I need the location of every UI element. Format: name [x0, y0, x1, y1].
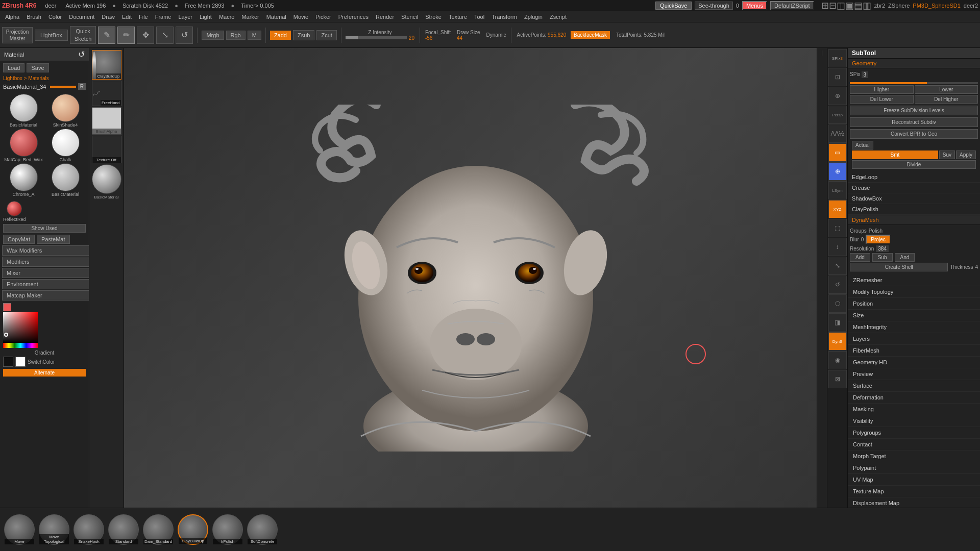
brush-thumb-move[interactable]: Move: [4, 514, 35, 545]
mat-item-chalk[interactable]: Chalk: [45, 129, 86, 162]
crease-item[interactable]: Crease: [848, 183, 980, 193]
project-button[interactable]: Projec: [866, 235, 890, 244]
menu-picker[interactable]: Picker: [313, 13, 333, 20]
meshintegrity-item[interactable]: MeshIntegrity: [848, 321, 980, 333]
color-gradient-area[interactable]: [3, 312, 38, 343]
brush-dam-standard[interactable]: Dam_Standard: [143, 514, 174, 545]
modifiers-button[interactable]: Modifiers: [2, 257, 89, 267]
menu-movie[interactable]: Movie: [291, 13, 310, 20]
zadd-button[interactable]: Zadd: [270, 31, 291, 40]
wax-modifiers-button[interactable]: Wax Modifiers: [2, 245, 89, 256]
contact-item[interactable]: Contact: [848, 439, 980, 450]
divide-button[interactable]: Divide: [852, 160, 976, 169]
lsym-icon[interactable]: LSym: [828, 181, 847, 199]
material-save-button[interactable]: Save: [27, 63, 48, 72]
paste-mat-button[interactable]: PasteMat: [37, 235, 69, 244]
scale-button[interactable]: ⤡: [156, 27, 174, 44]
frame-icon[interactable]: ⬚: [828, 219, 847, 237]
material-load-button[interactable]: Load: [3, 63, 24, 72]
rotate-button[interactable]: ↺: [176, 27, 193, 44]
color-swatch-red[interactable]: [3, 303, 11, 311]
morph-target-item[interactable]: Morph Target: [848, 450, 980, 462]
mat-item-matcap[interactable]: MatCap_Red_Wax: [3, 129, 44, 162]
canvas-area[interactable]: |: [124, 48, 827, 508]
mat-item-skinshade[interactable]: SkinShade4: [45, 94, 86, 128]
brush-standard[interactable]: Standard: [108, 514, 139, 545]
edit-button[interactable]: ✎: [98, 27, 115, 44]
quicksave-button[interactable]: QuickSave: [655, 2, 692, 10]
persp-icon[interactable]: Persp: [828, 106, 847, 124]
menu-material[interactable]: Material: [264, 13, 288, 20]
claypolish-item[interactable]: ClayPolish: [848, 204, 980, 215]
preview-item[interactable]: Preview: [848, 368, 980, 380]
environment-button[interactable]: Environment: [2, 279, 89, 289]
menus-button[interactable]: Menus: [742, 1, 767, 10]
projection-master-button[interactable]: ProjectionMaster: [2, 27, 33, 43]
menu-macro[interactable]: Macro: [217, 13, 237, 20]
and-button[interactable]: And: [895, 253, 915, 262]
masking-item[interactable]: Masking: [848, 404, 980, 415]
spix-icon[interactable]: SPix3: [828, 49, 847, 67]
deformation-item[interactable]: Deformation: [848, 392, 980, 404]
convert-bpr-button[interactable]: Convert BPR to Geo: [850, 129, 978, 139]
quick-sketch-button[interactable]: QuickSketch: [70, 26, 96, 44]
matcap-maker-button[interactable]: Matcap Maker: [2, 290, 89, 300]
material-breadcrumb[interactable]: Lightbox > Materials: [0, 74, 89, 82]
brush-thumb-standard[interactable]: Standard: [108, 514, 139, 545]
menu-preferences[interactable]: Preferences: [336, 13, 371, 20]
zremesher-item[interactable]: ZRemesher: [848, 274, 980, 286]
default-zscript-button[interactable]: DefaultZScript: [770, 1, 814, 10]
geometry-header[interactable]: Geometry: [848, 59, 980, 68]
menu-brush[interactable]: Brush: [24, 13, 43, 20]
zoom-icon[interactable]: ⊕: [828, 87, 847, 105]
material-value-slider[interactable]: [50, 86, 76, 88]
brush-item-freehand[interactable]: FreeHand: [92, 81, 121, 106]
rotate-icon[interactable]: ↺: [828, 276, 847, 294]
brush-snakehook[interactable]: SnakeHook: [74, 514, 104, 545]
show-used-button[interactable]: Show Used: [3, 224, 86, 233]
uv-map-item[interactable]: UV Map: [848, 474, 980, 486]
sdiv-slider[interactable]: [850, 82, 978, 84]
floor-icon[interactable]: ▭: [828, 143, 847, 162]
brush-hpolish[interactable]: hPolish: [212, 514, 243, 545]
polypaint-item[interactable]: Polypaint: [848, 462, 980, 474]
menu-alpha[interactable]: Alpha: [3, 13, 21, 20]
brush-move-topo[interactable]: Move Topological: [39, 514, 69, 545]
menu-document[interactable]: Document: [67, 13, 96, 20]
brush-thumb-softconcrete[interactable]: SoftConcrete: [247, 514, 278, 545]
menu-zscript[interactable]: Zscript: [548, 13, 569, 20]
menu-transform[interactable]: Transform: [489, 13, 519, 20]
smt-button[interactable]: Smt: [852, 151, 938, 159]
menu-render[interactable]: Render: [374, 13, 396, 20]
geometry-hd-item[interactable]: Geometry HD: [848, 357, 980, 368]
mat-item-reflect[interactable]: ReflectRed: [3, 201, 26, 222]
mixer-button[interactable]: Mixer: [2, 268, 89, 278]
brush-thumb-snakehook[interactable]: SnakeHook: [74, 514, 104, 545]
menu-stencil[interactable]: Stencil: [399, 13, 420, 20]
copy-mat-button[interactable]: CopyMat: [3, 235, 35, 244]
shadowbox-item[interactable]: ShadowBox: [848, 193, 980, 204]
menu-layer[interactable]: Layer: [176, 13, 194, 20]
dyns-icon[interactable]: DynS: [828, 332, 847, 350]
mat-item-chrome[interactable]: Chrome_A: [3, 163, 44, 197]
xpose-icon[interactable]: ⊠: [828, 370, 847, 388]
mat-item-basic[interactable]: BasicMaterial: [3, 94, 44, 128]
draw-button[interactable]: ✏: [117, 27, 135, 44]
xyz-icon[interactable]: XYZ: [828, 200, 847, 218]
brush-thumb-dam-standard[interactable]: Dam_Standard: [143, 514, 174, 545]
reconstruct-subdiv-button[interactable]: Reconstruct Subdiv: [850, 117, 978, 127]
polygroups-item[interactable]: Polygroups: [848, 427, 980, 439]
menu-zplugin[interactable]: Zplugin: [522, 13, 545, 20]
rgb-button[interactable]: Rgb: [226, 31, 246, 40]
apply-button[interactable]: Apply: [956, 151, 976, 159]
move-button[interactable]: ✥: [137, 27, 154, 44]
canvas-scrollbar[interactable]: |: [817, 48, 827, 508]
brush-item-white[interactable]: BrushAlpha: [92, 107, 121, 135]
freeze-subdiv-button[interactable]: Freeze SubDivision Levels: [850, 106, 978, 115]
del-lower-button[interactable]: Del Lower: [850, 95, 914, 104]
lightbox-button[interactable]: LightBox: [35, 30, 68, 41]
material-refresh-icon[interactable]: ↺: [78, 49, 85, 59]
transp-icon[interactable]: ◨: [828, 313, 847, 332]
menu-light[interactable]: Light: [198, 13, 214, 20]
position-item[interactable]: Position: [848, 298, 980, 310]
